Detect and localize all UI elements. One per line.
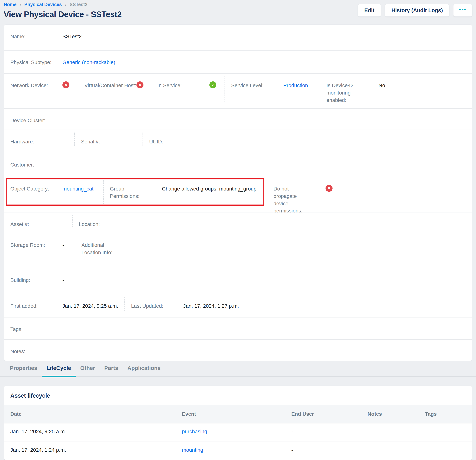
asset-lifecycle-title: Asset lifecycle [4,386,472,405]
storage-room-value: - [62,242,64,249]
physical-subtype-label: Physical Subtype: [10,59,62,66]
status-yes-icon: ✓ [209,81,216,88]
do-not-propagate-label: Do not propagate device permissions: [273,185,325,215]
first-added-value: Jan. 17, 2024, 9:25 a.m. [62,302,118,309]
lifecycle-end-user: - [291,429,368,435]
name-label: Name: [10,33,62,40]
service-level-label: Service Level: [231,82,283,89]
group-permissions-label: Group Permissions: [110,185,162,200]
breadcrumb-current-item: SSTest2 [70,2,87,7]
tab-applications[interactable]: Applications [123,365,165,376]
more-options-icon: ••• [459,7,467,13]
storage-room-label: Storage Room: [10,242,62,249]
detail-row-object-category: Object Category: mounting_cat Group Perm… [4,177,472,212]
breadcrumb-separator-icon: › [20,2,21,7]
status-no-icon: ✕ [325,185,332,192]
detail-row-customer: Customer: - [4,153,472,177]
detail-row-asset-location: Asset #: Location: [4,212,472,233]
detail-row-name: Name: SSTest2 [4,25,472,50]
device-details-card: Name: SSTest2 Physical Subtype: Generic … [4,25,472,361]
lifecycle-notes [367,429,425,435]
detail-row-tags: Tags: [4,317,472,339]
name-value: SSTest2 [62,33,82,40]
network-device-label: Network Device: [10,82,62,89]
customer-label: Customer: [10,161,62,168]
lifecycle-notes [367,447,425,453]
asset-number-label: Asset #: [10,221,62,228]
breadcrumb-home-link[interactable]: Home [4,2,17,7]
column-header-end-user: End User [291,411,368,417]
tags-label: Tags: [10,326,62,333]
lifecycle-event-link[interactable]: mounting [182,447,203,453]
building-value: - [62,276,64,284]
hardware-value: - [62,138,64,145]
customer-value: - [62,161,64,168]
header-actions: Edit History (Audit Logs) ••• [358,4,472,17]
detail-row-network-service: Network Device: ✕ Virtual/Container Host… [4,73,472,108]
device42-monitoring-value: No [379,82,385,89]
uuid-label: UUID: [149,138,201,145]
column-header-date: Date [4,411,182,417]
column-header-tags: Tags [425,411,472,417]
in-service-label: In Service: [157,82,209,89]
lifecycle-date: Jan. 17, 2024, 1:24 p.m. [4,447,182,453]
location-label: Location: [79,221,131,228]
object-category-link[interactable]: mounting_cat [62,185,94,192]
device42-monitoring-label: Is Device42 monitoring enabled: [326,82,379,104]
object-category-label: Object Category: [10,185,62,192]
detail-row-storage-room: Storage Room: - Additional Location Info… [4,233,472,268]
detail-row-dates: First added: Jan. 17, 2024, 9:25 a.m. La… [4,294,472,317]
lifecycle-date: Jan. 17, 2024, 9:25 a.m. [4,429,182,435]
detail-row-hardware: Hardware: - Serial #: UUID: [4,130,472,153]
status-no-icon: ✕ [136,81,144,88]
tab-parts[interactable]: Parts [100,365,123,376]
physical-subtype-link[interactable]: Generic (non-rackable) [62,59,115,66]
history-audit-logs-button[interactable]: History (Audit Logs) [385,4,450,17]
status-no-icon: ✕ [62,81,69,88]
last-updated-label: Last Updated: [131,302,183,310]
notes-label: Notes: [10,348,62,355]
last-updated-value: Jan. 17, 2024, 1:27 p.m. [183,302,239,309]
breadcrumb: Home › Physical Devices › SSTest2 [4,2,122,7]
page-header: Home › Physical Devices › SSTest2 View P… [0,0,476,25]
first-added-label: First added: [10,302,62,310]
hardware-label: Hardware: [10,138,62,145]
page-title: View Physical Device - SSTest2 [4,10,122,19]
tab-other[interactable]: Other [76,365,100,376]
lifecycle-table-row: Jan. 17, 2024, 9:25 a.m. purchasing - [4,423,472,442]
breadcrumb-separator-icon: › [65,2,67,7]
tab-lifecycle[interactable]: LifeCycle [42,365,76,376]
group-permissions-value: Change allowed groups: mounting_group [162,185,256,192]
detail-row-notes: Notes: [4,339,472,361]
more-options-button[interactable]: ••• [453,4,472,17]
lifecycle-tags [425,429,472,435]
device-cluster-label: Device Cluster: [10,117,62,124]
tab-properties[interactable]: Properties [5,365,42,376]
device-tabs: Properties LifeCycle Other Parts Applica… [0,365,476,377]
asset-lifecycle-card: Asset lifecycle Date Event End User Note… [4,386,472,460]
edit-button[interactable]: Edit [358,4,381,17]
serial-number-label: Serial #: [81,138,133,145]
lifecycle-tags [425,447,472,453]
detail-row-physical-subtype: Physical Subtype: Generic (non-rackable) [4,50,472,73]
lifecycle-end-user: - [291,447,368,453]
additional-location-info-label: Additional Location Info: [81,242,134,256]
lifecycle-event-link[interactable]: purchasing [182,429,207,434]
service-level-link[interactable]: Production [283,82,308,89]
building-label: Building: [10,276,62,284]
lifecycle-table-row: Jan. 17, 2024, 1:24 p.m. mounting - [4,442,472,460]
column-header-event: Event [182,411,291,417]
lifecycle-table-header: Date Event End User Notes Tags [4,405,472,423]
breadcrumb-physical-devices-link[interactable]: Physical Devices [24,2,62,7]
virtual-container-host-label: Virtual/Container Host: [84,82,136,89]
column-header-notes: Notes [367,411,425,417]
detail-row-building: Building: - [4,268,472,294]
detail-row-device-cluster: Device Cluster: [4,108,472,130]
